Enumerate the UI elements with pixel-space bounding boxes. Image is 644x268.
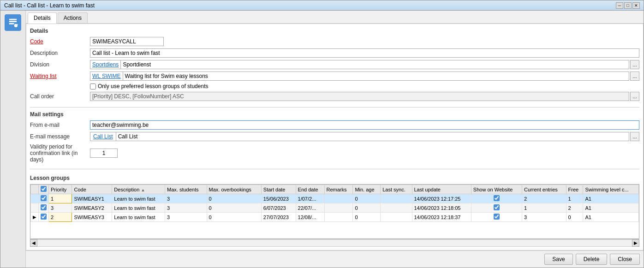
row-description: Learn to swim fast: [112, 194, 165, 203]
table-row[interactable]: 3 SWIMEASY2 Learn to swim fast 3 0 6/07/…: [31, 203, 639, 213]
row-checkbox-cell[interactable]: [39, 194, 49, 203]
col-header-max-overbookings: Max. overbookings: [207, 185, 261, 194]
row-max-students: 3: [165, 203, 207, 213]
code-label[interactable]: Code: [30, 38, 90, 45]
row-start-date: 15/06/2023: [261, 194, 296, 203]
title-bar: Call list - Call list - Learn to swim fa…: [0, 0, 644, 11]
col-header-min-age: Min. age: [353, 185, 381, 194]
division-browse-button[interactable]: …: [630, 60, 639, 69]
row-show-on-website[interactable]: [471, 213, 522, 222]
email-message-row: E-mail message Call List Call List …: [30, 132, 639, 141]
row-last-sync: [381, 194, 412, 203]
row-checkbox[interactable]: [41, 195, 47, 201]
row-free: 1: [566, 194, 583, 203]
tab-details[interactable]: Details: [28, 12, 57, 24]
division-label: Division: [30, 61, 90, 68]
row-show-on-website-checkbox[interactable]: [494, 214, 500, 220]
col-header-current-entries: Current entries: [522, 185, 566, 194]
row-description: Learn to swim fast: [112, 203, 165, 213]
delete-button[interactable]: Delete: [576, 254, 608, 265]
col-header-row-indicator: [31, 185, 39, 194]
table-row[interactable]: 1 SWIMEASY1 Learn to swim fast 3 0 15/06…: [31, 194, 639, 203]
row-remarks: [324, 213, 353, 222]
row-code: SWIMEASY2: [72, 203, 112, 213]
email-message-browse-button[interactable]: …: [630, 132, 639, 141]
mail-section-header: Mail settings: [30, 111, 639, 118]
row-show-on-website[interactable]: [471, 194, 522, 203]
preferred-lesson-checkbox[interactable]: [90, 83, 96, 89]
call-order-browse-button[interactable]: …: [630, 92, 639, 101]
code-input[interactable]: [90, 37, 164, 46]
row-last-sync: [381, 203, 412, 213]
row-current-entries: 1: [522, 203, 566, 213]
validity-input[interactable]: [90, 149, 118, 158]
maximize-button[interactable]: □: [624, 2, 632, 9]
row-show-on-website-checkbox[interactable]: [494, 195, 500, 201]
close-button-bottom[interactable]: Close: [610, 254, 640, 265]
details-panel: Details Code Description Division Sportd…: [26, 24, 644, 250]
email-message-name: Call List: [116, 132, 629, 141]
tab-actions[interactable]: Actions: [58, 12, 88, 23]
scroll-left-button[interactable]: ◀: [30, 239, 37, 247]
window-title: Call list - Call list - Learn to swim fa…: [4, 2, 95, 9]
row-indicator: [31, 203, 39, 213]
row-show-on-website-checkbox[interactable]: [494, 204, 500, 210]
col-header-remarks: Remarks: [324, 185, 353, 194]
scroll-right-button[interactable]: ▶: [632, 239, 639, 247]
description-input[interactable]: [90, 48, 639, 58]
horizontal-scrollbar: ◀ ▶: [30, 239, 639, 246]
row-indicator: [31, 194, 39, 203]
svg-rect-2: [9, 23, 14, 24]
close-button[interactable]: ✕: [632, 2, 640, 9]
call-order-row: Call order …: [30, 92, 639, 101]
waiting-list-label[interactable]: Waiting list: [30, 73, 90, 79]
division-code[interactable]: Sportdiens: [90, 60, 121, 69]
row-last-sync: [381, 213, 412, 222]
waiting-list-name: Waiting list for Swim easy lessons: [123, 72, 629, 80]
row-max-overbookings: 0: [207, 213, 261, 222]
preferred-lesson-label: Only use preferred lesson groups of stud…: [98, 83, 208, 89]
col-header-priority: Priority: [49, 185, 72, 194]
row-max-students: 3: [165, 213, 207, 222]
row-start-date: 6/07/2023: [261, 203, 296, 213]
bottom-bar: Save Delete Close: [26, 250, 644, 268]
call-order-label: Call order: [30, 93, 90, 100]
row-max-overbookings: 0: [207, 194, 261, 203]
table-header: Priority Code Description ▲ Max. student…: [31, 185, 639, 194]
row-remarks: [324, 203, 353, 213]
minimize-button[interactable]: ─: [616, 2, 623, 9]
separator-1: [30, 107, 639, 107]
col-header-start-date: Start date: [261, 185, 296, 194]
from-email-input[interactable]: [90, 120, 639, 130]
table-row[interactable]: ▶ 2 SWIMEASY3 Learn to swim fast 3 0 27/…: [31, 213, 639, 222]
row-swimming-level: A1: [583, 203, 639, 213]
select-all-checkbox[interactable]: [41, 186, 47, 192]
from-email-row: From e-mail: [30, 120, 639, 130]
save-button[interactable]: Save: [544, 254, 572, 265]
row-show-on-website[interactable]: [471, 203, 522, 213]
description-label: Description: [30, 50, 90, 56]
row-last-update: 14/06/2023 12:17:25: [412, 194, 471, 203]
row-last-update: 14/06/2023 12:18:05: [412, 203, 471, 213]
row-checkbox[interactable]: [41, 204, 47, 210]
waiting-list-code[interactable]: WL SWIME: [90, 72, 123, 80]
waiting-list-browse-button[interactable]: …: [630, 71, 639, 81]
row-priority: 2: [49, 213, 72, 222]
description-row: Description: [30, 48, 639, 58]
row-priority: 1: [49, 194, 72, 203]
waiting-list-container: WL SWIME Waiting list for Swim easy less…: [90, 71, 629, 81]
col-header-free: Free: [566, 185, 583, 194]
row-priority: 3: [49, 203, 72, 213]
email-message-container: Call List Call List: [90, 132, 629, 141]
row-checkbox-cell[interactable]: [39, 203, 49, 213]
app-icon: ✓: [5, 14, 21, 31]
row-indicator: ▶: [31, 213, 39, 222]
row-end-date: 22/07/...: [296, 203, 324, 213]
scroll-track[interactable]: [37, 239, 632, 247]
window-controls: ─ □ ✕: [616, 2, 640, 9]
lesson-groups-table-container: Priority Code Description ▲ Max. student…: [30, 184, 639, 239]
email-message-code[interactable]: Call List: [90, 132, 116, 141]
table-body: 1 SWIMEASY1 Learn to swim fast 3 0 15/06…: [31, 194, 639, 222]
row-checkbox[interactable]: [41, 214, 47, 220]
row-checkbox-cell[interactable]: [39, 213, 49, 222]
